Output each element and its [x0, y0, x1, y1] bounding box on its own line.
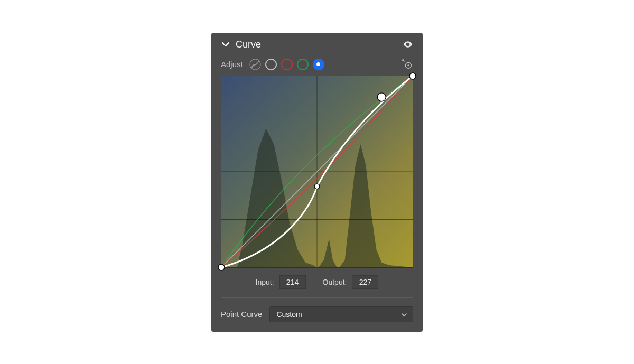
- point-curve-select[interactable]: Custom: [269, 306, 413, 322]
- curve-editor[interactable]: [221, 76, 413, 268]
- svg-point-0: [407, 43, 408, 45]
- channel-red-button[interactable]: [281, 59, 293, 70]
- input-label: Input:: [256, 278, 274, 286]
- channel-rgb-button[interactable]: [265, 59, 277, 70]
- svg-point-16: [409, 73, 416, 79]
- svg-point-14: [314, 183, 320, 189]
- curve-canvas[interactable]: [221, 76, 413, 267]
- targeted-adjust-icon[interactable]: [402, 59, 413, 70]
- adjust-label: Adjust: [221, 60, 243, 69]
- parametric-curve-icon[interactable]: [249, 59, 261, 70]
- svg-point-3: [407, 64, 409, 66]
- output-label: Output:: [323, 278, 347, 286]
- preset-row: Point Curve Custom: [211, 301, 423, 332]
- svg-point-13: [218, 264, 225, 270]
- channel-blue-button[interactable]: [313, 59, 324, 70]
- input-field[interactable]: [279, 275, 306, 289]
- divider: [221, 297, 413, 298]
- channel-green-button[interactable]: [297, 59, 309, 70]
- point-curve-value: Custom: [276, 310, 302, 319]
- output-field[interactable]: [352, 275, 378, 289]
- visibility-toggle-icon[interactable]: [403, 39, 413, 50]
- curve-panel: Curve Adjust: [211, 33, 423, 332]
- input-output-row: Input: Output:: [211, 268, 423, 294]
- panel-header: Curve: [211, 33, 423, 54]
- chevron-down-icon: [401, 311, 407, 318]
- svg-point-15: [377, 92, 386, 101]
- panel-title: Curve: [236, 39, 397, 50]
- point-curve-label: Point Curve: [221, 310, 262, 319]
- chevron-down-icon[interactable]: [221, 40, 230, 49]
- channel-row: Adjust: [211, 54, 423, 76]
